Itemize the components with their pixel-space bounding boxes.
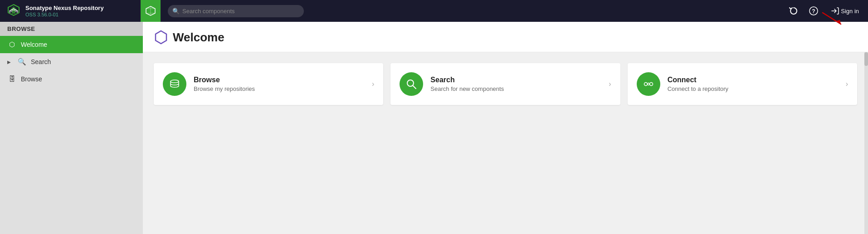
- connect-card[interactable]: Connect Connect to a repository ›: [628, 63, 857, 105]
- search-input[interactable]: [168, 5, 304, 17]
- topnav-actions: ? Sign in: [787, 5, 863, 17]
- scrollbar-track[interactable]: [864, 52, 868, 234]
- connect-card-subtitle: Connect to a repository: [668, 85, 839, 92]
- content-header: Welcome: [143, 22, 868, 52]
- connect-card-title: Connect: [668, 76, 839, 84]
- sidebar: Browse ⬡ Welcome ▶ 🔍 Search 🗄 Browse: [0, 22, 143, 234]
- search-card-icon-circle: [400, 72, 423, 96]
- brand-version: OSS 3.56.0-01: [25, 12, 104, 17]
- content: Welcome: [143, 22, 868, 234]
- main-layout: Browse ⬡ Welcome ▶ 🔍 Search 🗄 Browse Wel…: [0, 22, 868, 234]
- sidebar-item-search-label: Search: [31, 58, 51, 65]
- search-icon: 🔍: [172, 8, 180, 15]
- search-card-subtitle: Search for new components: [430, 85, 601, 92]
- sidebar-item-search[interactable]: ▶ 🔍 Search: [0, 53, 143, 70]
- svg-point-6: [171, 80, 179, 83]
- connect-card-icon: [643, 78, 654, 90]
- expand-icon: ▶: [7, 60, 11, 65]
- browse-card-icon-circle: [163, 72, 186, 96]
- svg-marker-4: [156, 31, 166, 44]
- search-card[interactable]: Search Search for new components ›: [390, 63, 620, 105]
- cube-icon: [145, 5, 156, 16]
- search-card-chevron: ›: [609, 80, 611, 88]
- welcome-hex-icon: [154, 30, 168, 45]
- svg-text:?: ?: [812, 8, 815, 15]
- sidebar-item-welcome-label: Welcome: [21, 41, 47, 48]
- sidebar-item-browse[interactable]: 🗄 Browse: [0, 70, 143, 87]
- topnav: Sonatype Nexus Repository OSS 3.56.0-01 …: [0, 0, 868, 22]
- welcome-icon: ⬡: [7, 40, 16, 49]
- scrollbar-thumb[interactable]: [864, 52, 868, 66]
- topnav-search: 🔍: [168, 5, 304, 17]
- browse-card-subtitle: Browse my repositories: [194, 85, 365, 92]
- signin-button[interactable]: Sign in: [827, 5, 863, 17]
- search-sidebar-icon: 🔍: [17, 58, 26, 66]
- signin-label: Sign in: [841, 8, 859, 15]
- content-body: Browse Browse my repositories › Search: [143, 52, 868, 234]
- signin-icon: [831, 7, 839, 15]
- cards-row: Browse Browse my repositories › Search: [154, 63, 857, 105]
- sidebar-section-header: Browse: [0, 22, 143, 36]
- sidebar-item-welcome[interactable]: ⬡ Welcome: [0, 36, 143, 53]
- search-card-title: Search: [430, 76, 601, 84]
- page-title: Welcome: [173, 30, 224, 45]
- help-button[interactable]: ?: [807, 5, 820, 17]
- search-card-text: Search Search for new components: [430, 76, 601, 92]
- browse-card-title: Browse: [194, 76, 365, 84]
- browse-card[interactable]: Browse Browse my repositories ›: [154, 63, 383, 105]
- brand-text: Sonatype Nexus Repository OSS 3.56.0-01: [25, 5, 104, 17]
- refresh-button[interactable]: [787, 5, 800, 17]
- browse-sidebar-icon: 🗄: [7, 75, 16, 83]
- sidebar-item-browse-label: Browse: [21, 75, 42, 83]
- refresh-icon: [789, 6, 798, 15]
- connect-card-chevron: ›: [846, 80, 848, 88]
- cube-nav-icon[interactable]: [141, 0, 161, 22]
- connect-card-icon-circle: [637, 72, 660, 96]
- svg-line-8: [413, 85, 416, 89]
- search-card-icon: [405, 78, 417, 90]
- svg-point-9: [644, 83, 647, 86]
- help-icon: ?: [809, 6, 818, 15]
- svg-marker-5: [836, 22, 841, 24]
- brand: Sonatype Nexus Repository OSS 3.56.0-01: [5, 3, 137, 19]
- browse-card-text: Browse Browse my repositories: [194, 76, 365, 92]
- arrow-annotation: [818, 22, 845, 28]
- browse-card-icon: [169, 78, 180, 90]
- connect-card-text: Connect Connect to a repository: [668, 76, 839, 92]
- svg-point-10: [649, 83, 653, 86]
- brand-name: Sonatype Nexus Repository: [25, 5, 104, 12]
- browse-card-chevron: ›: [372, 80, 374, 88]
- brand-logo-icon: [5, 3, 22, 19]
